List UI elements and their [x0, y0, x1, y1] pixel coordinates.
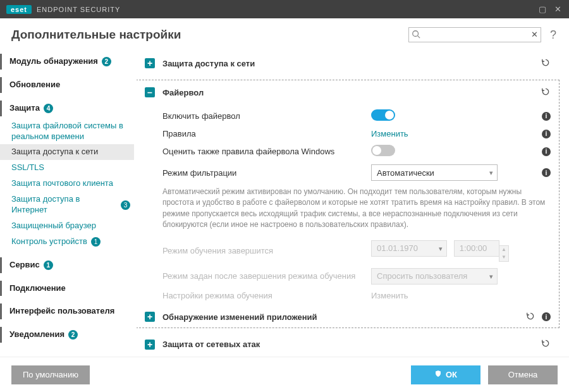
row-learning-settings: Настройки режима обучения Изменить [162, 288, 551, 303]
label: Настройки режима обучения [162, 291, 371, 300]
sidebar-minor-item[interactable]: Контроль устройств1 [0, 234, 134, 250]
content-area: + Защита доступа к сети Файервол Включит… [137, 47, 569, 357]
window-close-icon[interactable]: ✕ [550, 4, 565, 14]
sidebar-minor-item[interactable]: Защита почтового клиента [0, 176, 134, 192]
defaults-button[interactable]: По умолчанию [11, 365, 90, 384]
window-maximize-icon[interactable]: ▢ [535, 4, 550, 14]
after-learning-select: Спросить пользователя ▾ [371, 268, 498, 285]
rules-edit-link[interactable]: Изменить [371, 129, 408, 138]
search-box: ✕ [408, 27, 541, 42]
search-input[interactable] [408, 27, 541, 42]
enable-firewall-toggle[interactable] [371, 109, 395, 121]
ok-label: ОК [446, 370, 457, 379]
product-name: ENDPOINT SECURITY [37, 6, 120, 13]
undo-icon[interactable] [541, 87, 551, 99]
sidebar-major-item[interactable]: Защита4 [0, 101, 134, 116]
learning-end-date: 01.01.1970 ▾ [371, 240, 447, 257]
label: Правила [162, 129, 371, 138]
info-icon[interactable]: i [542, 130, 551, 138]
row-filter-mode: Режим фильтрации Автоматически ▾ i [162, 161, 551, 184]
svg-point-0 [413, 31, 419, 37]
sidebar-minor-item[interactable]: Защищенный браузер [0, 218, 134, 234]
shield-icon [434, 370, 442, 379]
sidebar-major-item[interactable]: Обновление [0, 77, 134, 93]
panel-firewall-body: Включить файервол i Правила Изменить i О… [137, 104, 558, 307]
label: Режим задан после завершения режима обуч… [162, 271, 371, 281]
eval-windows-toggle[interactable] [371, 145, 395, 156]
chevron-down-icon: ▾ [489, 169, 493, 177]
panel-network-attack: + Защита от сетевых атак [137, 333, 559, 357]
badge: 3 [121, 200, 130, 210]
panel-network-attack-header[interactable]: + Защита от сетевых атак [137, 333, 558, 356]
undo-icon[interactable] [541, 338, 551, 350]
search-clear-icon[interactable]: ✕ [531, 30, 538, 39]
sidebar: Модуль обнаружения2ОбновлениеЗащита4Защи… [0, 47, 137, 357]
undo-icon[interactable] [525, 311, 535, 323]
sidebar-major-item[interactable]: Сервис1 [0, 257, 134, 273]
footer: По умолчанию ОК Отмена [0, 357, 569, 392]
title-bar: eset ENDPOINT SECURITY ▢ ✕ [0, 0, 569, 18]
sidebar-minor-item[interactable]: SSL/TLS [0, 160, 134, 176]
sidebar-minor-item[interactable]: Защита доступа в Интернет3 [0, 192, 134, 218]
label: Режим обучения завершится [162, 246, 371, 255]
row-rules: Правила Изменить i [162, 126, 551, 142]
sidebar-major-item[interactable]: Уведомления2 [0, 327, 134, 343]
time-value: 1:00:00 [460, 243, 487, 253]
sidebar-major-item[interactable]: Модуль обнаружения2 [0, 54, 134, 70]
label: Оценить также правила файервола Windows [162, 147, 371, 156]
page-title: Дополнительные настройки [11, 28, 408, 42]
subpanel-app-change-detection[interactable]: + Обнаружение изменений приложений i [137, 307, 558, 327]
date-value: 01.01.1970 [377, 243, 418, 253]
select-value: Автоматически [377, 168, 434, 178]
badge: 1 [44, 260, 53, 270]
search-icon [412, 30, 420, 40]
panel-network-access: + Защита доступа к сети [137, 51, 559, 75]
ok-button[interactable]: ОК [411, 365, 480, 384]
row-after-learning: Режим задан после завершения режима обуч… [162, 265, 551, 288]
row-eval-windows-rules: Оценить также правила файервола Windows … [162, 142, 551, 161]
row-learning-end: Режим обучения завершится 01.01.1970 ▾ 1… [162, 237, 551, 265]
panel-title: Защита доступа к сети [162, 59, 535, 68]
page-header: Дополнительные настройки ✕ ? [0, 18, 569, 47]
row-enable-firewall: Включить файервол i [162, 106, 551, 126]
select-value: Спросить пользователя [377, 271, 467, 281]
info-icon[interactable]: i [542, 168, 551, 177]
sidebar-major-item[interactable]: Подключение [0, 281, 134, 297]
expand-icon: + [145, 312, 155, 322]
badge: 2 [102, 57, 111, 66]
sidebar-minor-item[interactable]: Защита доступа к сети [0, 144, 134, 160]
sidebar-minor-item[interactable]: Защита файловой системы в реальном време… [0, 118, 134, 145]
label: Включить файервол [162, 111, 371, 121]
info-icon[interactable]: i [542, 312, 551, 321]
label: Режим фильтрации [162, 168, 371, 178]
panel-title: Файервол [162, 88, 535, 97]
filter-mode-description: Автоматический режим активирован по умол… [162, 184, 551, 237]
badge: 4 [44, 104, 53, 113]
learning-settings-link: Изменить [371, 291, 408, 300]
chevron-down-icon: ▾ [439, 245, 443, 253]
sidebar-major-item[interactable]: Интерфейс пользователя [0, 303, 134, 319]
spinner-up-icon: ▲ [499, 246, 508, 254]
expand-icon: + [145, 340, 155, 350]
brand-logo: eset [6, 5, 32, 14]
badge: 2 [68, 330, 78, 340]
badge: 1 [91, 237, 101, 247]
collapse-icon [145, 87, 155, 97]
time-spinner: ▲▼ [499, 245, 509, 262]
chevron-down-icon: ▾ [489, 273, 493, 281]
filter-mode-select[interactable]: Автоматически ▾ [371, 164, 498, 181]
cancel-button[interactable]: Отмена [488, 365, 558, 384]
info-icon[interactable]: i [542, 112, 551, 121]
info-icon[interactable]: i [542, 147, 551, 156]
expand-icon: + [145, 58, 155, 68]
undo-icon[interactable] [541, 58, 551, 70]
panel-firewall-header[interactable]: Файервол [137, 81, 558, 104]
spinner-down-icon: ▼ [499, 254, 508, 261]
help-icon[interactable]: ? [548, 28, 559, 42]
subpanel-title: Обнаружение изменений приложений [162, 312, 520, 322]
svg-line-1 [418, 36, 420, 39]
panel-network-access-header[interactable]: + Защита доступа к сети [137, 52, 558, 75]
panel-title: Защита от сетевых атак [162, 340, 535, 349]
panel-firewall: Файервол Включить файервол i Правила Изм… [137, 80, 559, 328]
learning-end-time: 1:00:00 [454, 240, 499, 257]
